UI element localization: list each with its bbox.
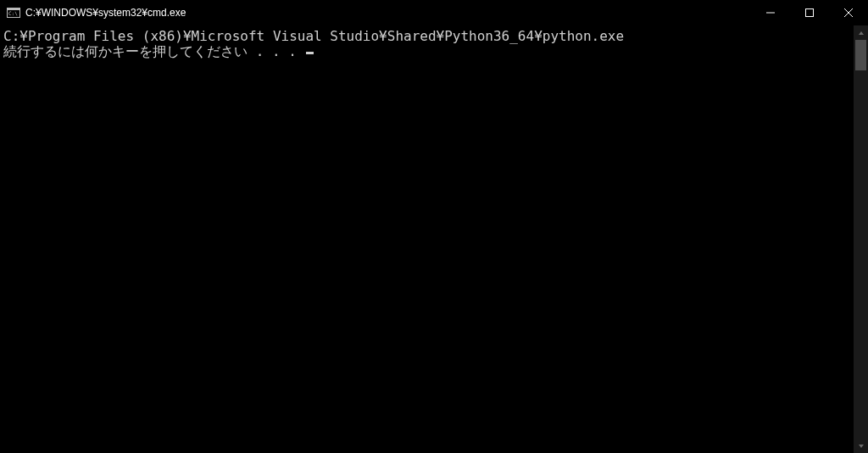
svg-text:C:\: C:\ [8, 10, 18, 16]
svg-marker-7 [859, 31, 864, 35]
text-cursor [306, 52, 314, 54]
scroll-down-button[interactable] [854, 439, 868, 453]
close-button[interactable] [829, 0, 868, 25]
scroll-thumb[interactable] [855, 40, 866, 70]
prompt-text: 続行するには何かキーを押してください . . . [3, 43, 304, 59]
terminal-output[interactable]: C:¥Program Files (x86)¥Microsoft Visual … [0, 25, 854, 453]
cmd-window: C:\ C:¥WINDOWS¥system32¥cmd.exe C:¥Progr… [0, 0, 868, 453]
maximize-button[interactable] [790, 0, 829, 25]
title-bar[interactable]: C:\ C:¥WINDOWS¥system32¥cmd.exe [0, 0, 868, 25]
client-area: C:¥Program Files (x86)¥Microsoft Visual … [0, 25, 868, 453]
cmd-icon: C:\ [7, 6, 20, 20]
caption-buttons [751, 0, 868, 25]
prompt-line: 続行するには何かキーを押してください . . . [3, 44, 854, 59]
output-line: C:¥Program Files (x86)¥Microsoft Visual … [3, 29, 854, 44]
vertical-scrollbar[interactable] [854, 25, 868, 453]
svg-marker-8 [859, 445, 864, 448]
svg-rect-4 [806, 9, 814, 17]
scroll-up-button[interactable] [854, 25, 868, 40]
scroll-track[interactable] [854, 40, 868, 439]
minimize-button[interactable] [751, 0, 790, 25]
window-title: C:¥WINDOWS¥system32¥cmd.exe [25, 7, 186, 19]
